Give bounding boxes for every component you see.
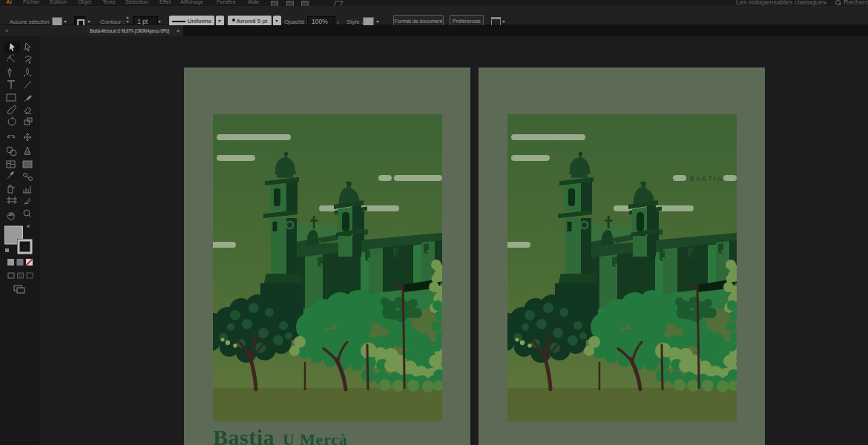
svg-text:BASTIA: BASTIA [690,175,723,182]
